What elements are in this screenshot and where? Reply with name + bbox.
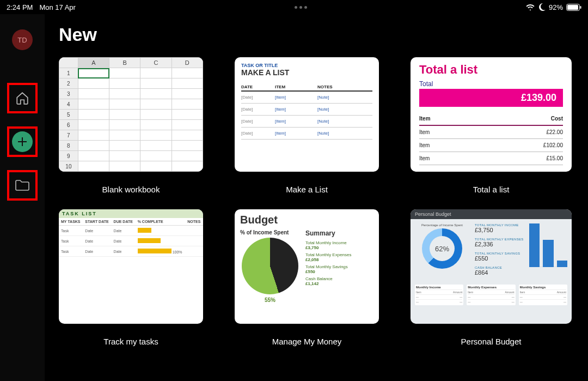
wifi-icon — [526, 4, 535, 10]
svg-rect-2 — [580, 6, 581, 9]
status-time: 2:24 PM — [7, 3, 33, 11]
nav-home-button[interactable] — [7, 83, 38, 113]
battery-percent: 92% — [549, 3, 563, 11]
template-track-my-tasks[interactable]: TASK LIST MY TASKS START DATE DUE DATE %… — [59, 209, 203, 346]
do-not-disturb-icon — [538, 3, 546, 11]
avatar-initials: TD — [17, 36, 27, 44]
template-label: Track my tasks — [103, 337, 158, 346]
folder-icon — [15, 179, 30, 191]
status-date: Mon 17 Apr — [39, 3, 76, 11]
template-label: Personal Budget — [461, 337, 522, 346]
template-manage-my-money[interactable]: Budget % of Income Spent 55% Summary — [235, 209, 379, 346]
home-icon — [15, 91, 29, 105]
nav-new-button[interactable] — [7, 126, 38, 157]
main: New A B C D 1 — [45, 14, 588, 381]
template-label: Blank workbook — [102, 185, 160, 194]
template-label: Make a List — [286, 185, 328, 194]
nav-open-button[interactable] — [7, 170, 38, 201]
sidebar: TD — [0, 14, 45, 381]
plus-icon — [17, 136, 28, 147]
donut-chart-icon: 62% — [422, 228, 462, 269]
template-grid: A B C D 1 2 3 4 5 6 7 8 — [59, 57, 572, 346]
template-thumb: TASK LIST MY TASKS START DATE DUE DATE %… — [59, 209, 203, 324]
template-label: Total a list — [473, 185, 510, 194]
page-title: New — [59, 24, 572, 45]
template-personal-budget[interactable]: Personal Budget Percentage of Income Spe… — [411, 209, 572, 346]
svg-rect-1 — [567, 5, 578, 10]
page-indicator — [76, 6, 526, 9]
avatar[interactable]: TD — [12, 29, 33, 50]
template-label: Manage My Money — [272, 337, 342, 346]
status-bar: 2:24 PM Mon 17 Apr 92% — [0, 0, 588, 14]
template-thumb: A B C D 1 2 3 4 5 6 7 8 — [59, 57, 203, 172]
template-total-a-list[interactable]: Total a list Total £139.00 ItemCost Item… — [411, 57, 572, 194]
bar-chart-icon — [529, 223, 567, 267]
template-thumb: TASK OR TITLE MAKE A LIST DATE ITEM NOTE… — [235, 57, 379, 172]
battery-icon — [566, 4, 581, 11]
template-thumb: Personal Budget Percentage of Income Spe… — [411, 209, 572, 324]
pie-chart-icon — [242, 238, 298, 294]
template-thumb: Budget % of Income Spent 55% Summary — [235, 209, 379, 324]
template-thumb: Total a list Total £139.00 ItemCost Item… — [411, 57, 572, 172]
template-make-a-list[interactable]: TASK OR TITLE MAKE A LIST DATE ITEM NOTE… — [235, 57, 379, 194]
template-blank-workbook[interactable]: A B C D 1 2 3 4 5 6 7 8 — [59, 57, 203, 194]
